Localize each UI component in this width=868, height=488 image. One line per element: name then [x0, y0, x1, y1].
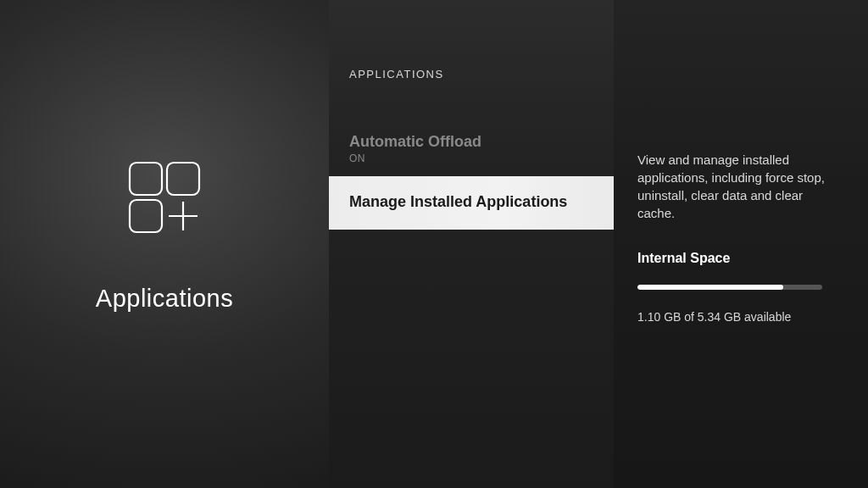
- menu-item-automatic-offload[interactable]: Automatic Offload ON: [329, 123, 614, 176]
- menu-item-title: Manage Installed Applications: [349, 193, 593, 211]
- svg-rect-2: [130, 200, 162, 232]
- description-text: View and manage installed applications, …: [637, 151, 832, 222]
- svg-rect-1: [167, 163, 199, 195]
- section-header: APPLICATIONS: [329, 68, 614, 80]
- menu-item-subtitle: ON: [349, 152, 593, 164]
- svg-rect-0: [130, 163, 162, 195]
- settings-screen: Applications APPLICATIONS Automatic Offl…: [0, 0, 868, 488]
- storage-progress-bar: [637, 285, 822, 290]
- menu-item-title: Automatic Offload: [349, 133, 593, 151]
- detail-panel: View and manage installed applications, …: [614, 0, 868, 488]
- storage-progress-fill: [637, 285, 783, 290]
- menu-panel: APPLICATIONS Automatic Offload ON Manage…: [329, 0, 614, 488]
- category-title: Applications: [96, 285, 233, 313]
- menu-item-manage-installed-applications[interactable]: Manage Installed Applications: [329, 176, 614, 230]
- storage-heading: Internal Space: [637, 251, 832, 266]
- storage-available-text: 1.10 GB of 5.34 GB available: [637, 310, 832, 324]
- applications-icon: [109, 151, 220, 261]
- category-panel: Applications: [0, 0, 329, 488]
